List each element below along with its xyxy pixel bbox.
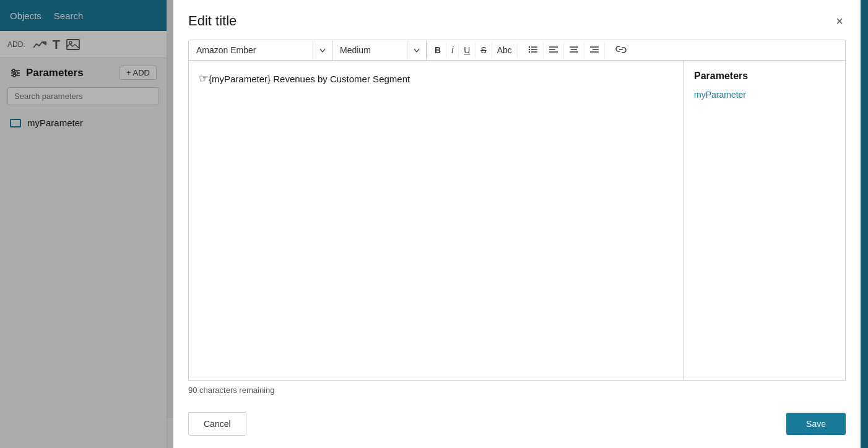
align-right-button[interactable] <box>584 41 605 59</box>
svg-point-12 <box>529 51 530 53</box>
edit-title-modal: Edit title × Amazon Ember Medium <box>173 0 861 448</box>
svg-point-10 <box>529 49 530 50</box>
underline-button[interactable]: U <box>459 42 475 58</box>
strikethrough-button[interactable]: S <box>475 42 492 58</box>
cursor-icon: ☞ <box>199 71 209 87</box>
cancel-button[interactable]: Cancel <box>188 412 246 436</box>
parameters-panel-title: Parameters <box>694 71 835 82</box>
format-buttons: B i U S Abc <box>427 40 634 60</box>
char-remaining-label: 90 characters remaining <box>188 381 846 402</box>
modal-title: Edit title <box>188 13 237 29</box>
modal-header: Edit title × <box>173 0 861 40</box>
modal-body: Amazon Ember Medium <box>173 40 861 412</box>
modal-footer: Cancel Save <box>173 412 861 448</box>
align-center-button[interactable] <box>564 41 584 59</box>
parameters-panel: Parameters myParameter <box>684 61 845 380</box>
abc-button[interactable]: Abc <box>492 42 518 58</box>
parameter-panel-link[interactable]: myParameter <box>694 90 746 100</box>
font-selector[interactable]: Amazon Ember <box>189 40 313 60</box>
italic-button[interactable]: i <box>446 42 459 58</box>
editor-text[interactable]: ☞{myParameter} Revenues by Customer Segm… <box>199 71 674 87</box>
modal-overlay: Edit title × Amazon Ember Medium <box>0 0 868 448</box>
save-button[interactable]: Save <box>786 413 846 435</box>
svg-point-8 <box>529 46 530 48</box>
font-select-group: Amazon Ember <box>189 40 332 60</box>
size-dropdown-button[interactable] <box>407 41 426 59</box>
size-selector[interactable]: Medium <box>332 40 407 60</box>
list-button[interactable] <box>523 41 544 59</box>
editor-content-area[interactable]: ☞{myParameter} Revenues by Customer Segm… <box>189 61 684 380</box>
link-button[interactable] <box>610 41 631 59</box>
editor-text-after: Revenues by Customer Segment <box>271 74 410 84</box>
param-tag: {myParameter} <box>209 74 271 84</box>
font-dropdown-button[interactable] <box>313 41 332 59</box>
editor-toolbar: Amazon Ember Medium <box>188 40 846 61</box>
size-select-group: Medium <box>332 40 427 60</box>
modal-close-button[interactable]: × <box>833 12 846 30</box>
editor-main: ☞{myParameter} Revenues by Customer Segm… <box>188 61 846 381</box>
bold-button[interactable]: B <box>430 42 446 58</box>
align-left-button[interactable] <box>544 41 564 59</box>
